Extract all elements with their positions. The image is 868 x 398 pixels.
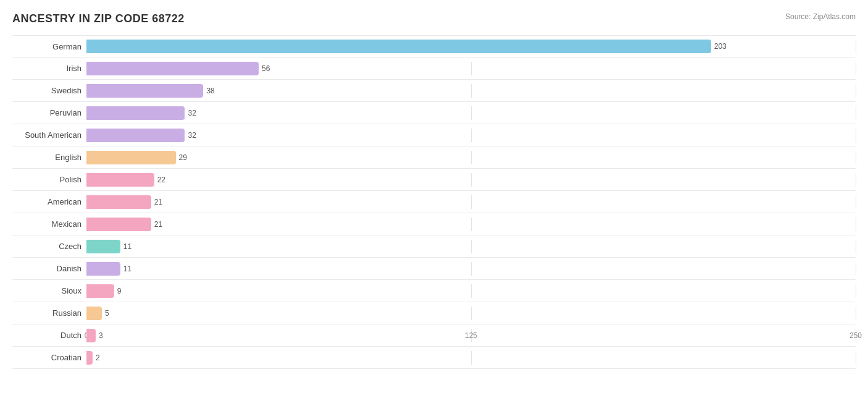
bar-wrapper: 9: [86, 284, 856, 298]
bar-value: 3: [99, 331, 103, 340]
bar: 32: [86, 129, 185, 142]
bar-row: South American32: [12, 124, 856, 146]
bar-label: Croatian: [12, 353, 86, 362]
bar-label: South American: [12, 130, 86, 140]
bar-value: 5: [105, 309, 109, 318]
bar-value: 11: [123, 242, 131, 251]
bar-label: Sioux: [12, 286, 86, 295]
bar-wrapper: 22: [86, 173, 856, 187]
bar: 9: [86, 284, 114, 298]
bar: 21: [86, 195, 151, 209]
bar: 203: [86, 40, 711, 53]
bar-row: Danish11: [12, 258, 856, 280]
bar-value: 29: [179, 153, 187, 162]
bar-label: German: [12, 42, 86, 51]
bar-label: Dutch: [12, 331, 86, 340]
bars-section: German203Irish56Swedish38Peruvian32South…: [12, 35, 856, 328]
bar-row: Swedish38: [12, 80, 856, 102]
bar-label: Russian: [12, 308, 86, 318]
bar: 29: [86, 151, 176, 164]
bar: 3: [86, 329, 96, 342]
bar-wrapper: 29: [86, 151, 856, 164]
bar-wrapper: 5: [86, 307, 856, 320]
bar-row: Russian5: [12, 302, 856, 324]
bar-value: 22: [157, 176, 165, 184]
bar-wrapper: 21: [86, 218, 856, 231]
bar-row: German203: [12, 35, 856, 57]
bar-row: English29: [12, 146, 856, 169]
bar-label: Polish: [12, 175, 86, 184]
bar-row: American21: [12, 191, 856, 213]
bar-wrapper: 21: [86, 195, 856, 209]
bar: 11: [86, 262, 120, 276]
bar-value: 56: [262, 64, 270, 73]
bar-wrapper: 203: [86, 40, 856, 53]
bar: 2: [86, 351, 93, 365]
x-axis-tick: 125: [465, 331, 477, 340]
bar-label: Mexican: [12, 219, 86, 229]
bar: 11: [86, 240, 120, 253]
bar-wrapper: 38: [86, 84, 856, 98]
chart-title: ANCESTRY IN ZIP CODE 68722: [12, 12, 856, 25]
bar-value: 203: [714, 42, 727, 51]
bar-row: Croatian2: [12, 347, 856, 369]
bar: 38: [86, 84, 203, 98]
bar-label: Danish: [12, 264, 86, 273]
bar: 56: [86, 62, 259, 75]
bar-label: Swedish: [12, 86, 86, 95]
bar-value: 11: [123, 265, 131, 273]
chart-area: German203Irish56Swedish38Peruvian32South…: [12, 35, 856, 347]
bar-value: 32: [188, 131, 196, 140]
x-axis-tick: 250: [849, 331, 862, 340]
bar-value: 2: [96, 354, 100, 362]
bar: 21: [86, 218, 151, 231]
bar-row: Irish56: [12, 57, 856, 80]
bar-row: Peruvian32: [12, 102, 856, 124]
bar-value: 32: [188, 109, 196, 117]
bar: 32: [86, 106, 185, 120]
bar-label: Peruvian: [12, 108, 86, 117]
bar-wrapper: 32: [86, 129, 856, 142]
bar-label: English: [12, 153, 86, 162]
bar-wrapper: 56: [86, 62, 856, 75]
bar-row: Sioux9: [12, 280, 856, 302]
chart-container: ANCESTRY IN ZIP CODE 68722 Source: ZipAt…: [0, 0, 868, 398]
bar: 5: [86, 307, 102, 320]
x-axis: 0125250: [86, 328, 856, 347]
bar-value: 21: [154, 198, 162, 206]
bar-label: Irish: [12, 64, 86, 73]
bar-label: American: [12, 197, 86, 206]
bar-value: 21: [154, 220, 162, 229]
bar-value: 38: [206, 87, 214, 95]
bar-row: Polish22: [12, 169, 856, 191]
bar-value: 9: [117, 287, 122, 295]
source-label: Source: ZipAtlas.com: [785, 12, 856, 21]
bar-label: Czech: [12, 242, 86, 251]
bar-wrapper: 11: [86, 240, 856, 253]
bar: 22: [86, 173, 154, 187]
bar-wrapper: 32: [86, 106, 856, 120]
bar-wrapper: 11: [86, 262, 856, 276]
bar-row: Mexican21: [12, 213, 856, 235]
bar-wrapper: 2: [86, 351, 856, 365]
bar-row: Czech11: [12, 235, 856, 258]
